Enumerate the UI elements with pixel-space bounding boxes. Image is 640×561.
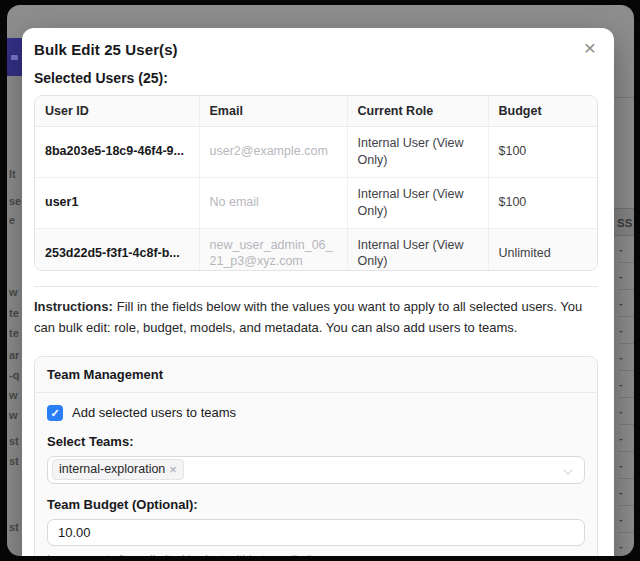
- background-row-divider: [614, 97, 634, 98]
- user-id-cell: 253d22d5-f3f1-4c8f-b...: [35, 228, 199, 271]
- email-cell: No email: [199, 177, 347, 228]
- chevron-down-icon: [563, 465, 572, 474]
- role-cell: Internal User (View Only): [347, 228, 488, 271]
- selected-users-label: Selected Users (25):: [34, 70, 598, 86]
- email-cell: user2@example.com: [199, 127, 347, 178]
- background-button-icon: [11, 55, 18, 60]
- background-column-header: SS: [614, 208, 634, 236]
- column-header-email: Email: [199, 96, 347, 127]
- select-teams-label: Select Teams:: [47, 434, 585, 449]
- modal-title: Bulk Edit 25 User(s): [34, 41, 178, 58]
- selected-team-tag: internal-exploration ×: [52, 459, 184, 480]
- table-header-row: User ID Email Current Role Budget: [35, 96, 597, 127]
- table-row: user1 No email Internal User (View Only)…: [35, 177, 597, 228]
- budget-cell: $100: [488, 177, 597, 228]
- team-budget-input[interactable]: [47, 519, 585, 546]
- table-row: 253d22d5-f3f1-4c8f-b... new_user_admin_0…: [35, 228, 597, 271]
- team-management-title: Team Management: [35, 357, 597, 393]
- user-id-cell: 8ba203e5-18c9-46f4-9...: [35, 127, 199, 178]
- selected-users-table: User ID Email Current Role Budget 8ba203…: [35, 96, 597, 271]
- column-header-user-id: User ID: [35, 96, 199, 127]
- instructions-label: Instructions:: [34, 299, 113, 314]
- budget-cell: $100: [488, 127, 597, 178]
- background-table-cells: - - - - - - - - - - - -: [619, 236, 634, 556]
- remove-team-icon[interactable]: ×: [169, 461, 177, 478]
- budget-cell: Unlimited: [488, 228, 597, 271]
- bulk-edit-modal: Bulk Edit 25 User(s) × Selected Users (2…: [22, 28, 614, 556]
- background-primary-button: [7, 38, 22, 76]
- background-table-edge: SS - - - - - - - - - - - -: [614, 5, 634, 556]
- app-window-dimmed: lt se e w te te ar -q w w st st st SS - …: [7, 5, 634, 556]
- role-cell: Internal User (View Only): [347, 177, 488, 228]
- budget-help-text: Leave empty for unlimited budget within …: [47, 553, 585, 556]
- section-divider: [34, 286, 598, 287]
- checkbox-checked-icon[interactable]: ✓: [47, 405, 63, 421]
- column-header-current-role: Current Role: [347, 96, 488, 127]
- instructions-text: Instructions:Fill in the fields below wi…: [34, 297, 598, 339]
- instructions-body: Fill in the fields below with the values…: [34, 299, 582, 335]
- user-id-cell: user1: [35, 177, 199, 228]
- team-budget-label: Team Budget (Optional):: [47, 497, 585, 512]
- add-users-to-teams-checkbox-row[interactable]: ✓ Add selected users to teams: [47, 405, 585, 421]
- team-management-section: Team Management ✓ Add selected users to …: [34, 356, 598, 556]
- teams-multiselect[interactable]: internal-exploration ×: [47, 456, 585, 484]
- selected-users-table-scroll[interactable]: User ID Email Current Role Budget 8ba203…: [34, 95, 598, 271]
- selected-team-name: internal-exploration: [59, 461, 165, 478]
- email-cell: new_user_admin_06_21_p3@xyz.com: [199, 228, 347, 271]
- add-users-to-teams-label: Add selected users to teams: [72, 405, 236, 420]
- table-row: 8ba203e5-18c9-46f4-9... user2@example.co…: [35, 127, 597, 178]
- close-icon[interactable]: ×: [582, 40, 598, 56]
- role-cell: Internal User (View Only): [347, 127, 488, 178]
- column-header-budget: Budget: [488, 96, 597, 127]
